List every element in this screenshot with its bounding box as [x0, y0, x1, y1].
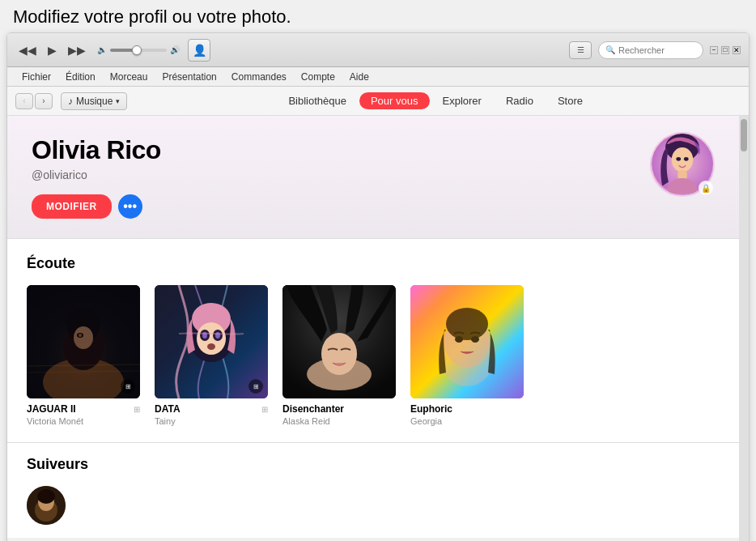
album-artist: Georgia [410, 416, 524, 426]
menu-fichier[interactable]: Fichier [15, 70, 57, 84]
svg-point-3 [676, 157, 681, 161]
follower-avatar[interactable] [27, 486, 66, 525]
album-item[interactable]: ⊞ DATA ⊞ Tainy [155, 285, 268, 426]
modifier-button[interactable]: MODIFIER [32, 194, 112, 219]
album-title: Disenchanter [282, 403, 344, 415]
avatar-container[interactable]: 🔒 [650, 132, 715, 197]
tab-explorer[interactable]: Explorer [431, 92, 493, 109]
music-note-icon: ♪ [68, 96, 73, 107]
title-bar: ◀◀ ▶ ▶▶ 🔈 🔊 👤 ☰ 🔍 [7, 33, 749, 67]
menu-aide[interactable]: Aide [343, 70, 376, 84]
maximize-button[interactable]: □ [721, 46, 729, 54]
album-artist: Tainy [155, 416, 268, 426]
album-art-data: ⊞ [155, 285, 268, 398]
nav-arrows: ‹ › [15, 93, 53, 109]
play-button[interactable]: ▶ [45, 42, 60, 58]
volume-slider[interactable]: 🔈 🔊 [97, 45, 180, 54]
menu-presentation[interactable]: Présentation [155, 70, 223, 84]
nav-back-arrow[interactable]: ‹ [15, 93, 33, 109]
title-right: ☰ 🔍 − □ ✕ [569, 41, 741, 59]
album-title: Euphoric [410, 403, 452, 415]
volume-track [110, 49, 167, 52]
nav-tabs: Bibliothèque Pour vous Explorer Radio St… [130, 92, 741, 109]
search-box[interactable]: 🔍 [598, 41, 703, 59]
menu-edition[interactable]: Édition [59, 70, 102, 84]
album-item[interactable]: ⊞ JAGUAR II ⊞ Victoria Monét [27, 285, 140, 426]
album-item[interactable]: Euphoric Georgia [410, 285, 524, 426]
album-title: DATA [155, 403, 181, 415]
album-art-disenchanter [282, 285, 396, 398]
nav-music-selector[interactable]: ♪ Musique ▾ [61, 92, 127, 110]
scrollbar[interactable] [739, 116, 749, 541]
chevron-down-icon: ▾ [116, 97, 120, 105]
tab-store[interactable]: Store [546, 92, 594, 109]
menu-commandes[interactable]: Commandes [225, 70, 293, 84]
album-art-euphoric [410, 285, 524, 398]
close-button[interactable]: ✕ [733, 46, 741, 54]
menu-morceau[interactable]: Morceau [104, 70, 155, 84]
followers-section: Suiveurs [7, 442, 739, 538]
profile-handle: @oliviarico [32, 168, 715, 181]
disenchanter-art [282, 285, 396, 398]
album-title: JAGUAR II [27, 403, 76, 415]
album-artist: Victoria Monét [27, 416, 140, 426]
tab-radio[interactable]: Radio [495, 92, 545, 109]
svg-point-38 [37, 489, 55, 504]
forward-button[interactable]: ▶▶ [65, 42, 89, 58]
album-title-row: DATA ⊞ [155, 403, 268, 415]
album-title-row: Euphoric [410, 403, 524, 415]
svg-rect-34 [410, 285, 524, 398]
lock-icon: 🔒 [701, 184, 711, 193]
profile-name: Olivia Rico [32, 135, 715, 165]
nav-bar: ‹ › ♪ Musique ▾ Bibliothèque Pour vous E… [7, 87, 749, 116]
scrollbar-thumb[interactable] [741, 119, 747, 151]
main-content: Olivia Rico @oliviarico MODIFIER ••• [7, 116, 749, 541]
menu-bar: Fichier Édition Morceau Présentation Com… [7, 67, 749, 87]
album-menu-icon-data[interactable]: ⊞ [248, 379, 263, 394]
menu-compte[interactable]: Compte [295, 70, 342, 84]
back-button[interactable]: ◀◀ [15, 42, 40, 58]
follower-avatar-image [27, 486, 66, 525]
followers-title: Suiveurs [27, 456, 720, 473]
instruction-text: Modifiez votre profil ou votre photo. [0, 0, 756, 32]
album-art-jaguar: ⊞ [27, 285, 140, 398]
dots-icon: ⊞ [134, 405, 140, 414]
dots-icon: ⊞ [261, 405, 268, 414]
euphoric-art [410, 285, 524, 398]
album-item[interactable]: Disenchanter Alaska Reid [282, 285, 396, 426]
more-dots-icon: ••• [123, 199, 137, 214]
svg-point-24 [207, 343, 215, 350]
album-title-row: JAGUAR II ⊞ [27, 403, 140, 415]
itunes-window: ◀◀ ▶ ▶▶ 🔈 🔊 👤 ☰ 🔍 [6, 32, 750, 541]
ecoute-title: Écoute [27, 255, 720, 272]
svg-point-27 [321, 333, 357, 375]
more-options-button[interactable]: ••• [118, 194, 142, 219]
album-artist: Alaska Reid [282, 416, 396, 426]
search-input[interactable] [618, 45, 696, 55]
albums-grid: ⊞ JAGUAR II ⊞ Victoria Monét [27, 285, 720, 426]
tab-pourvous[interactable]: Pour vous [359, 92, 430, 109]
content-area[interactable]: Olivia Rico @oliviarico MODIFIER ••• [7, 116, 739, 541]
transport-controls: ◀◀ ▶ ▶▶ 🔈 🔊 👤 [15, 39, 210, 62]
volume-thumb [132, 45, 142, 55]
svg-point-2 [672, 147, 694, 172]
list-view-button[interactable]: ☰ [569, 41, 592, 59]
album-title-row: Disenchanter [282, 403, 396, 415]
minimize-button[interactable]: − [710, 46, 718, 54]
account-icon: 👤 [193, 44, 206, 57]
search-icon: 🔍 [605, 45, 615, 54]
window-controls: − □ ✕ [710, 46, 741, 54]
tab-bibliotheque[interactable]: Bibliothèque [277, 92, 358, 109]
svg-point-4 [684, 157, 689, 161]
lock-badge: 🔒 [699, 181, 713, 195]
album-menu-icon[interactable]: ⊞ [121, 379, 135, 394]
nav-forward-arrow[interactable]: › [35, 93, 53, 109]
list-icon: ☰ [577, 45, 584, 54]
profile-actions: MODIFIER ••• [32, 194, 715, 219]
account-button[interactable]: 👤 [188, 39, 210, 62]
profile-section: Olivia Rico @oliviarico MODIFIER ••• [7, 116, 739, 238]
listen-section: Écoute [7, 238, 739, 442]
music-label: Musique [76, 96, 113, 107]
